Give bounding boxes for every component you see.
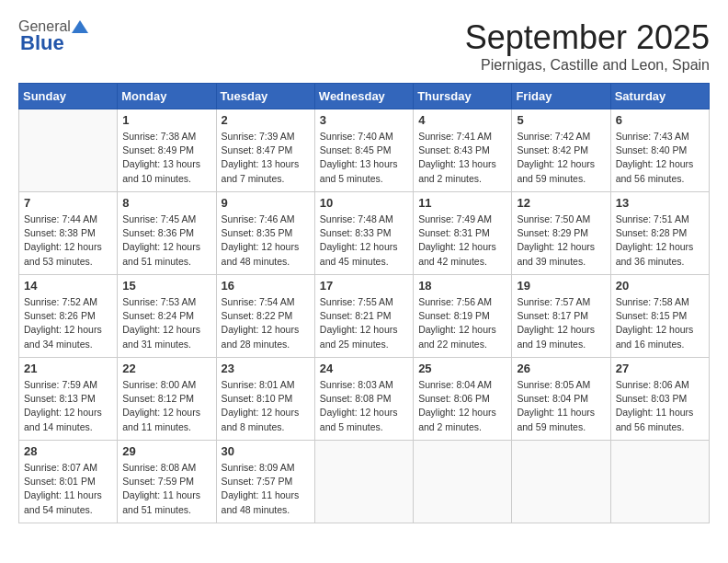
day-number: 12 [517, 196, 605, 210]
header-monday: Monday [118, 84, 216, 109]
title-area: September 2025 Piernigas, Castille and L… [465, 18, 710, 74]
day-number: 28 [24, 444, 112, 458]
calendar-body: 1Sunrise: 7:38 AM Sunset: 8:49 PM Daylig… [19, 109, 710, 523]
day-info: Sunrise: 8:07 AM Sunset: 8:01 PM Dayligh… [24, 461, 112, 517]
calendar-cell: 18Sunrise: 7:56 AM Sunset: 8:19 PM Dayli… [414, 275, 512, 358]
calendar-week-5: 28Sunrise: 8:07 AM Sunset: 8:01 PM Dayli… [19, 441, 710, 523]
day-info: Sunrise: 7:48 AM Sunset: 8:33 PM Dayligh… [320, 213, 408, 269]
day-number: 9 [222, 196, 310, 210]
calendar-cell: 3Sunrise: 7:40 AM Sunset: 8:45 PM Daylig… [314, 109, 413, 192]
day-info: Sunrise: 7:41 AM Sunset: 8:43 PM Dayligh… [418, 130, 506, 186]
day-info: Sunrise: 8:04 AM Sunset: 8:06 PM Dayligh… [418, 378, 506, 434]
day-number: 18 [418, 279, 506, 293]
header-thursday: Thursday [414, 84, 512, 109]
day-number: 8 [122, 196, 210, 210]
day-number: 14 [24, 279, 112, 293]
calendar-cell: 11Sunrise: 7:49 AM Sunset: 8:31 PM Dayli… [414, 192, 512, 275]
calendar-cell: 4Sunrise: 7:41 AM Sunset: 8:43 PM Daylig… [414, 109, 512, 192]
day-number: 17 [320, 279, 408, 293]
day-info: Sunrise: 7:54 AM Sunset: 8:22 PM Dayligh… [222, 295, 310, 351]
calendar-header: Sunday Monday Tuesday Wednesday Thursday… [19, 84, 710, 109]
logo: General Blue [18, 18, 89, 55]
calendar-cell: 16Sunrise: 7:54 AM Sunset: 8:22 PM Dayli… [216, 275, 314, 358]
day-info: Sunrise: 7:56 AM Sunset: 8:19 PM Dayligh… [418, 295, 506, 351]
day-info: Sunrise: 7:43 AM Sunset: 8:40 PM Dayligh… [616, 130, 704, 186]
day-number: 4 [418, 113, 506, 127]
day-number: 27 [616, 362, 704, 375]
calendar-cell: 30Sunrise: 8:09 AM Sunset: 7:57 PM Dayli… [216, 441, 314, 523]
day-info: Sunrise: 8:03 AM Sunset: 8:08 PM Dayligh… [320, 378, 408, 434]
day-info: Sunrise: 7:42 AM Sunset: 8:42 PM Dayligh… [517, 130, 605, 186]
calendar-cell: 7Sunrise: 7:44 AM Sunset: 8:38 PM Daylig… [19, 192, 118, 275]
calendar-cell: 23Sunrise: 8:01 AM Sunset: 8:10 PM Dayli… [216, 358, 314, 441]
calendar-cell: 1Sunrise: 7:38 AM Sunset: 8:49 PM Daylig… [118, 109, 216, 192]
calendar-cell: 5Sunrise: 7:42 AM Sunset: 8:42 PM Daylig… [512, 109, 610, 192]
day-number: 15 [122, 279, 210, 293]
calendar-cell: 9Sunrise: 7:46 AM Sunset: 8:35 PM Daylig… [216, 192, 314, 275]
calendar-table: Sunday Monday Tuesday Wednesday Thursday… [18, 83, 710, 523]
day-info: Sunrise: 8:05 AM Sunset: 8:04 PM Dayligh… [517, 378, 605, 434]
calendar-cell: 21Sunrise: 7:59 AM Sunset: 8:13 PM Dayli… [19, 358, 118, 441]
day-number: 30 [222, 444, 310, 458]
calendar-cell: 25Sunrise: 8:04 AM Sunset: 8:06 PM Dayli… [414, 358, 512, 441]
day-number: 21 [24, 362, 112, 375]
day-info: Sunrise: 7:49 AM Sunset: 8:31 PM Dayligh… [418, 213, 506, 269]
day-info: Sunrise: 7:46 AM Sunset: 8:35 PM Dayligh… [222, 213, 310, 269]
day-number: 10 [320, 196, 408, 210]
day-number: 7 [24, 196, 112, 210]
location: Piernigas, Castille and Leon, Spain [465, 57, 710, 74]
header-sunday: Sunday [19, 84, 118, 109]
calendar-cell [512, 441, 610, 523]
day-number: 29 [122, 444, 210, 458]
header-row: Sunday Monday Tuesday Wednesday Thursday… [19, 84, 710, 109]
calendar-cell [610, 441, 709, 523]
day-number: 5 [517, 113, 605, 127]
day-info: Sunrise: 7:50 AM Sunset: 8:29 PM Dayligh… [517, 213, 605, 269]
day-info: Sunrise: 7:58 AM Sunset: 8:15 PM Dayligh… [616, 295, 704, 351]
day-number: 25 [418, 362, 506, 375]
day-info: Sunrise: 7:51 AM Sunset: 8:28 PM Dayligh… [616, 213, 704, 269]
day-info: Sunrise: 7:52 AM Sunset: 8:26 PM Dayligh… [24, 295, 112, 351]
month-title: September 2025 [465, 18, 710, 57]
svg-marker-0 [72, 20, 88, 33]
header-wednesday: Wednesday [314, 84, 413, 109]
header-tuesday: Tuesday [216, 84, 314, 109]
day-number: 19 [517, 279, 605, 293]
logo-icon [72, 18, 88, 35]
day-info: Sunrise: 7:40 AM Sunset: 8:45 PM Dayligh… [320, 130, 408, 186]
calendar-cell: 22Sunrise: 8:00 AM Sunset: 8:12 PM Dayli… [118, 358, 216, 441]
calendar-cell: 6Sunrise: 7:43 AM Sunset: 8:40 PM Daylig… [610, 109, 709, 192]
day-info: Sunrise: 7:53 AM Sunset: 8:24 PM Dayligh… [122, 295, 210, 351]
day-info: Sunrise: 7:38 AM Sunset: 8:49 PM Dayligh… [122, 130, 210, 186]
calendar-cell: 28Sunrise: 8:07 AM Sunset: 8:01 PM Dayli… [19, 441, 118, 523]
day-number: 6 [616, 113, 704, 127]
day-number: 11 [418, 196, 506, 210]
day-info: Sunrise: 7:39 AM Sunset: 8:47 PM Dayligh… [222, 130, 310, 186]
logo-blue-text: Blue [18, 31, 64, 55]
calendar-cell: 27Sunrise: 8:06 AM Sunset: 8:03 PM Dayli… [610, 358, 709, 441]
calendar-cell: 14Sunrise: 7:52 AM Sunset: 8:26 PM Dayli… [19, 275, 118, 358]
day-info: Sunrise: 8:00 AM Sunset: 8:12 PM Dayligh… [122, 378, 210, 434]
day-number: 24 [320, 362, 408, 375]
day-number: 23 [222, 362, 310, 375]
calendar-cell: 19Sunrise: 7:57 AM Sunset: 8:17 PM Dayli… [512, 275, 610, 358]
calendar-cell: 2Sunrise: 7:39 AM Sunset: 8:47 PM Daylig… [216, 109, 314, 192]
calendar-cell: 29Sunrise: 8:08 AM Sunset: 7:59 PM Dayli… [118, 441, 216, 523]
calendar-week-2: 7Sunrise: 7:44 AM Sunset: 8:38 PM Daylig… [19, 192, 710, 275]
calendar-cell: 26Sunrise: 8:05 AM Sunset: 8:04 PM Dayli… [512, 358, 610, 441]
calendar-cell: 13Sunrise: 7:51 AM Sunset: 8:28 PM Dayli… [610, 192, 709, 275]
day-number: 1 [122, 113, 210, 127]
calendar-cell [19, 109, 118, 192]
header-friday: Friday [512, 84, 610, 109]
day-number: 2 [222, 113, 310, 127]
day-number: 16 [222, 279, 310, 293]
page-header: General Blue September 2025 Piernigas, C… [18, 18, 710, 74]
day-number: 26 [517, 362, 605, 375]
calendar-cell [314, 441, 413, 523]
calendar-week-1: 1Sunrise: 7:38 AM Sunset: 8:49 PM Daylig… [19, 109, 710, 192]
day-number: 20 [616, 279, 704, 293]
calendar-cell: 24Sunrise: 8:03 AM Sunset: 8:08 PM Dayli… [314, 358, 413, 441]
day-info: Sunrise: 7:44 AM Sunset: 8:38 PM Dayligh… [24, 213, 112, 269]
day-number: 13 [616, 196, 704, 210]
day-info: Sunrise: 7:59 AM Sunset: 8:13 PM Dayligh… [24, 378, 112, 434]
